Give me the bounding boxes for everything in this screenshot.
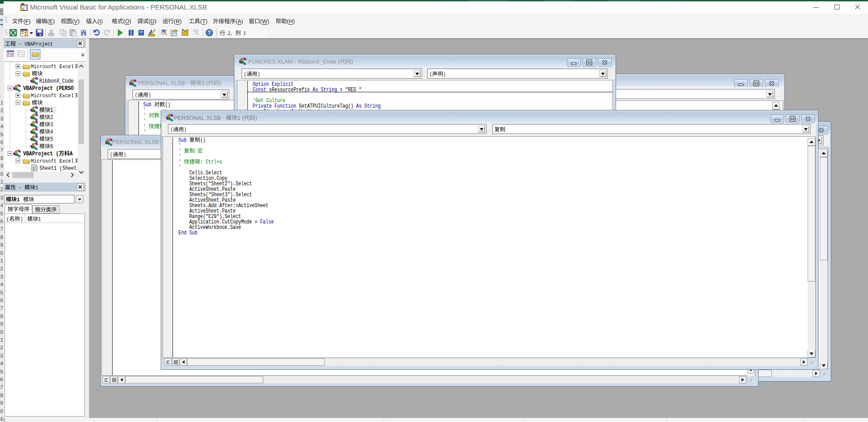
svg-text:4: 4 — [0, 124, 3, 129]
svg-text:?: ? — [207, 30, 211, 36]
svg-text:21: 21 — [0, 258, 3, 263]
svg-text:Sheet1 (Sheet1: Sheet1 (Sheet1 — [39, 165, 78, 171]
svg-text:31: 31 — [0, 337, 3, 343]
svg-text:A: A — [70, 151, 73, 157]
svg-text:(): () — [200, 137, 206, 144]
svg-text:3: 3 — [50, 122, 53, 128]
svg-text:VBAProject (: VBAProject ( — [23, 151, 59, 157]
svg-text:6: 6 — [0, 139, 3, 145]
svg-text:End Sub: End Sub — [178, 230, 197, 236]
svg-text:': ' — [178, 164, 181, 171]
svg-text:16: 16 — [0, 218, 3, 224]
svg-text:9: 9 — [0, 163, 3, 169]
svg-text:23: 23 — [0, 274, 3, 279]
svg-text:4: 4 — [50, 129, 53, 135]
svg-text:27: 27 — [0, 305, 3, 311]
svg-text:(): () — [165, 102, 170, 108]
svg-text:35: 35 — [0, 369, 3, 374]
svg-text:13: 13 — [0, 195, 3, 200]
svg-text:2: 2 — [50, 114, 53, 121]
svg-text:40: 40 — [0, 408, 3, 414]
svg-text:2: 2 — [0, 108, 3, 113]
svg-text:': ' — [143, 124, 146, 130]
svg-text:5: 5 — [50, 136, 53, 143]
svg-text:7: 7 — [0, 147, 3, 153]
svg-text:': ' — [178, 159, 181, 165]
svg-text:15: 15 — [0, 211, 3, 216]
svg-text:22: 22 — [0, 266, 3, 271]
svg-text:VBAProject (PERSO: VBAProject (PERSO — [23, 85, 74, 92]
svg-text:20: 20 — [0, 250, 3, 256]
svg-text:34: 34 — [0, 361, 3, 366]
svg-text:False: False — [260, 219, 274, 225]
svg-text:25: 25 — [0, 290, 3, 295]
svg-text:17: 17 — [0, 226, 3, 232]
svg-text:12: 12 — [0, 187, 3, 192]
svg-text:: Ctrl+o: : Ctrl+o — [200, 159, 222, 165]
svg-text:24: 24 — [0, 282, 3, 287]
svg-text:37: 37 — [0, 384, 3, 390]
svg-text:14: 14 — [0, 203, 3, 208]
svg-text:30: 30 — [0, 329, 3, 335]
svg-text:26: 26 — [0, 298, 3, 303]
svg-text:As String: As String — [356, 103, 381, 109]
svg-text:38: 38 — [0, 392, 3, 398]
svg-text:': ' — [178, 148, 181, 154]
svg-text:': ' — [143, 113, 146, 119]
svg-text:33: 33 — [0, 353, 3, 358]
svg-text:10: 10 — [0, 171, 3, 177]
svg-text:': ' — [143, 129, 146, 135]
svg-text:28: 28 — [0, 313, 3, 319]
svg-text:29: 29 — [0, 321, 3, 327]
svg-text:39: 39 — [0, 400, 3, 406]
svg-text:3: 3 — [0, 116, 3, 121]
svg-text:11: 11 — [0, 179, 3, 184]
svg-text:18: 18 — [0, 234, 3, 240]
svg-text:32: 32 — [0, 345, 3, 350]
svg-text:1: 1 — [50, 107, 53, 114]
svg-text:19: 19 — [0, 242, 3, 248]
svg-text:8: 8 — [0, 155, 3, 161]
svg-text:5: 5 — [0, 132, 3, 137]
svg-text:36: 36 — [0, 377, 3, 382]
svg-text:RibbonX_Code: RibbonX_Code — [39, 78, 74, 84]
svg-text:6: 6 — [50, 144, 53, 150]
svg-text:1: 1 — [0, 100, 3, 105]
